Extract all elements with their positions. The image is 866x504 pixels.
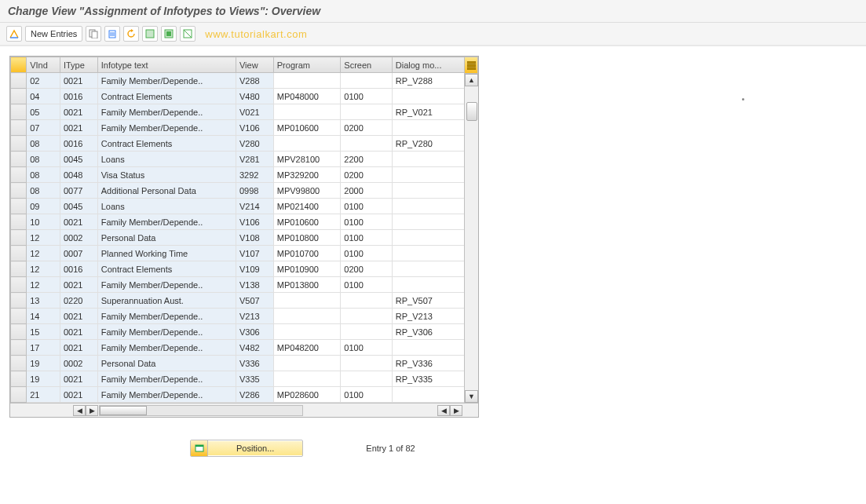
- cell-vind[interactable]: 08: [27, 136, 60, 152]
- cell-dialog[interactable]: RP_V021: [392, 104, 465, 120]
- cell-vind[interactable]: 04: [27, 89, 60, 104]
- row-selector[interactable]: [11, 293, 27, 309]
- cell-screen[interactable]: 0100: [341, 387, 392, 403]
- table-row[interactable]: 080048Visa Status3292MP3292000200: [11, 167, 466, 183]
- row-selector[interactable]: [11, 356, 27, 371]
- cell-program[interactable]: MPV28100: [273, 152, 341, 167]
- col-itype[interactable]: IType: [60, 57, 97, 73]
- cell-view[interactable]: V482: [236, 340, 273, 356]
- cell-dialog[interactable]: RP_V335: [392, 371, 465, 387]
- cell-itype[interactable]: 0045: [60, 152, 97, 167]
- cell-text[interactable]: Family Member/Depende..: [97, 309, 236, 324]
- cell-program[interactable]: [273, 324, 341, 340]
- table-row[interactable]: 120002Personal DataV108MP0108000100: [11, 230, 466, 246]
- scroll-down-icon[interactable]: ▼: [465, 390, 478, 403]
- row-selector[interactable]: [11, 309, 27, 324]
- table-row[interactable]: 210021Family Member/Depende..V286MP02860…: [11, 387, 466, 403]
- cell-text[interactable]: Contract Elements: [97, 89, 236, 104]
- cell-text[interactable]: Family Member/Depende..: [97, 387, 236, 403]
- cell-screen[interactable]: [341, 136, 392, 152]
- cell-view[interactable]: V288: [236, 73, 273, 89]
- cell-vind[interactable]: 08: [27, 183, 60, 199]
- cell-text[interactable]: Family Member/Depende..: [97, 214, 236, 230]
- row-selector[interactable]: [11, 104, 27, 120]
- cell-program[interactable]: [273, 356, 341, 371]
- cell-program[interactable]: MP028600: [273, 387, 341, 403]
- col-view[interactable]: View: [236, 57, 273, 73]
- cell-dialog[interactable]: [392, 89, 465, 104]
- table-row[interactable]: 090045LoansV214MP0214000100: [11, 199, 466, 214]
- cell-vind[interactable]: 02: [27, 73, 60, 89]
- table-row[interactable]: 150021Family Member/Depende..V306RP_V306: [11, 324, 466, 340]
- cell-vind[interactable]: 08: [27, 152, 60, 167]
- cell-text[interactable]: Family Member/Depende..: [97, 371, 236, 387]
- select-block-icon[interactable]: [161, 26, 177, 42]
- cell-text[interactable]: Family Member/Depende..: [97, 324, 236, 340]
- cell-screen[interactable]: [341, 324, 392, 340]
- cell-view[interactable]: V336: [236, 356, 273, 371]
- cell-view[interactable]: V306: [236, 324, 273, 340]
- cell-screen[interactable]: 0200: [341, 120, 392, 136]
- cell-itype[interactable]: 0220: [60, 293, 97, 309]
- toggle-icon[interactable]: [6, 26, 22, 42]
- cell-screen[interactable]: 0100: [341, 199, 392, 214]
- row-selector[interactable]: [11, 152, 27, 167]
- cell-itype[interactable]: 0007: [60, 246, 97, 261]
- row-selector[interactable]: [11, 277, 27, 293]
- cell-view[interactable]: V281: [236, 152, 273, 167]
- table-row[interactable]: 080045LoansV281MPV281002200: [11, 152, 466, 167]
- row-selector-header[interactable]: [11, 57, 27, 73]
- cell-view[interactable]: 3292: [236, 167, 273, 183]
- row-selector[interactable]: [11, 214, 27, 230]
- horizontal-scrollbar[interactable]: ◀ ▶ ◀ ▶: [10, 403, 478, 417]
- cell-text[interactable]: Family Member/Depende..: [97, 340, 236, 356]
- row-selector[interactable]: [11, 230, 27, 246]
- cell-program[interactable]: MP013800: [273, 277, 341, 293]
- cell-dialog[interactable]: [392, 246, 465, 261]
- cell-program[interactable]: MP010800: [273, 230, 341, 246]
- scroll-left2-icon[interactable]: ◀: [437, 405, 450, 416]
- cell-screen[interactable]: 0200: [341, 167, 392, 183]
- cell-itype[interactable]: 0016: [60, 136, 97, 152]
- row-selector[interactable]: [11, 183, 27, 199]
- cell-dialog[interactable]: [392, 120, 465, 136]
- cell-program[interactable]: [273, 136, 341, 152]
- cell-view[interactable]: V106: [236, 214, 273, 230]
- col-program[interactable]: Program: [273, 57, 341, 73]
- cell-itype[interactable]: 0002: [60, 230, 97, 246]
- cell-text[interactable]: Loans: [97, 152, 236, 167]
- cell-view[interactable]: V108: [236, 230, 273, 246]
- cell-view[interactable]: V214: [236, 199, 273, 214]
- cell-text[interactable]: Superannuation Aust.: [97, 293, 236, 309]
- cell-text[interactable]: Family Member/Depende..: [97, 104, 236, 120]
- table-row[interactable]: 190021Family Member/Depende..V335RP_V335: [11, 371, 466, 387]
- select-all-icon[interactable]: [142, 26, 158, 42]
- cell-text[interactable]: Personal Data: [97, 230, 236, 246]
- cell-program[interactable]: MP010700: [273, 246, 341, 261]
- table-row[interactable]: 120016Contract ElementsV109MP0109000200: [11, 261, 466, 277]
- cell-program[interactable]: MP329200: [273, 167, 341, 183]
- cell-screen[interactable]: [341, 371, 392, 387]
- cell-dialog[interactable]: [392, 199, 465, 214]
- cell-vind[interactable]: 21: [27, 387, 60, 403]
- cell-screen[interactable]: 0200: [341, 261, 392, 277]
- cell-text[interactable]: Additional Personal Data: [97, 183, 236, 199]
- cell-screen[interactable]: 0100: [341, 214, 392, 230]
- row-selector[interactable]: [11, 73, 27, 89]
- cell-itype[interactable]: 0045: [60, 199, 97, 214]
- cell-vind[interactable]: 07: [27, 120, 60, 136]
- cell-program[interactable]: [273, 104, 341, 120]
- cell-itype[interactable]: 0021: [60, 277, 97, 293]
- cell-screen[interactable]: 0100: [341, 277, 392, 293]
- cell-vind[interactable]: 19: [27, 371, 60, 387]
- cell-itype[interactable]: 0021: [60, 340, 97, 356]
- cell-text[interactable]: Visa Status: [97, 167, 236, 183]
- cell-dialog[interactable]: [392, 183, 465, 199]
- cell-text[interactable]: Personal Data: [97, 356, 236, 371]
- cell-screen[interactable]: 0100: [341, 340, 392, 356]
- cell-vind[interactable]: 14: [27, 309, 60, 324]
- cell-view[interactable]: V213: [236, 309, 273, 324]
- cell-itype[interactable]: 0002: [60, 356, 97, 371]
- cell-text[interactable]: Family Member/Depende..: [97, 277, 236, 293]
- cell-program[interactable]: [273, 293, 341, 309]
